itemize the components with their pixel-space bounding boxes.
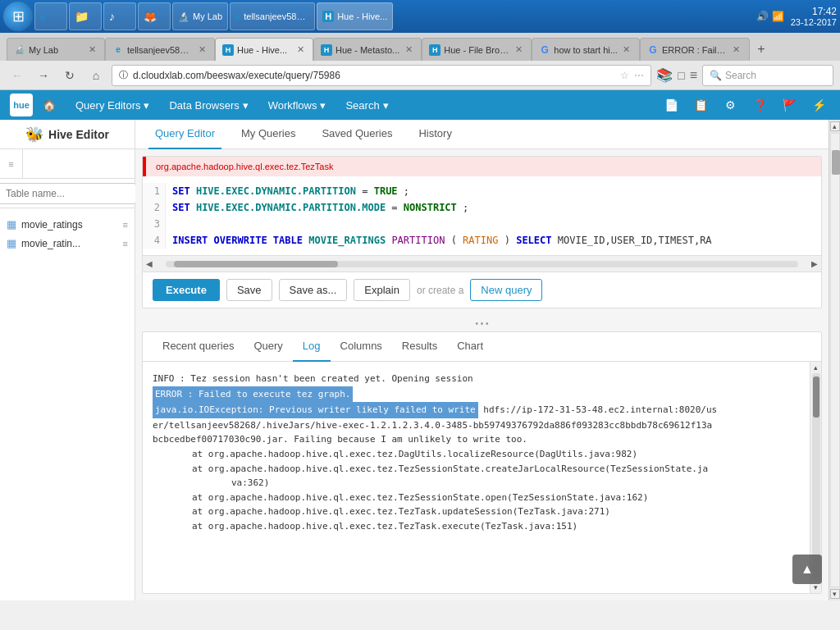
line-numbers: 1 2 3 4 — [143, 183, 166, 249]
refresh-button[interactable]: ↻ — [59, 65, 80, 86]
nav-search[interactable]: Search ▾ — [336, 90, 398, 120]
editor-code-area[interactable]: 1 2 3 4 SET HIVE.EXEC.DYNAMIC.PARTITION … — [143, 176, 821, 255]
tab-close-hue-hive[interactable]: ✕ — [294, 44, 306, 56]
panel-divider[interactable]: • • • — [135, 315, 829, 331]
browser-tab-google1[interactable]: G how to start hi... ✕ — [532, 38, 640, 61]
log-line-indent1: er/tellsanjeev58268/.hiveJars/hive-exec-… — [153, 418, 793, 433]
browser-search[interactable]: 🔍 Search — [702, 65, 833, 86]
nav-query-editors[interactable]: Query Editors ▾ — [66, 90, 159, 120]
tab-close-hue-meta[interactable]: ✕ — [403, 44, 414, 56]
log-scroll-track[interactable] — [812, 373, 820, 582]
sidebar-search-input[interactable] — [0, 183, 136, 204]
browser-tab-hue-hive[interactable]: H Hue - Hive... ✕ — [215, 38, 313, 61]
nav-new-doc-icon[interactable]: 📄 — [660, 94, 682, 116]
log-error2-suffix: hdfs://ip-172-31-53-48.ec2.internal:8020… — [483, 404, 717, 415]
log-tab-columns[interactable]: Columns — [331, 332, 392, 362]
taskbar-ie[interactable]: e — [34, 2, 67, 30]
right-scrollbar[interactable]: ▴ ▾ — [829, 120, 840, 600]
nav-settings-icon[interactable]: ⚙ — [719, 94, 742, 116]
bookmark-icon: ☆ — [620, 70, 629, 81]
right-scroll-handle[interactable] — [832, 150, 840, 175]
tab-favicon-mylab: 🔬 — [14, 44, 25, 56]
log-scroll-down-icon[interactable]: ▾ — [814, 583, 818, 591]
execute-button[interactable]: Execute — [153, 279, 220, 301]
tab-close-google1[interactable]: ✕ — [621, 44, 632, 56]
start-button[interactable]: ⊞ — [3, 2, 33, 31]
expand-icon-2[interactable]: ≡ — [123, 239, 128, 249]
log-content[interactable]: INFO : Tez session hasn't been created y… — [143, 362, 810, 593]
log-panel: Recent queries Query Log Columns Results… — [142, 331, 822, 594]
save-button[interactable]: Save — [226, 279, 272, 301]
tab-close-hue-file[interactable]: ✕ — [513, 44, 524, 56]
main-layout: 🐝 Hive Editor ≡ ▦ movie_ratings ≡ ▦ movi… — [0, 120, 840, 600]
sidebar-collapse-btn[interactable]: ≡ — [0, 149, 23, 178]
taskbar-tab3-hue[interactable]: H Hue - Hive... — [317, 2, 393, 30]
back-to-top-button[interactable]: ▲ — [792, 555, 822, 584]
reader-icon: □ — [678, 69, 684, 82]
taskbar-tab2[interactable]: e tellsanjeev58268@ — [230, 2, 315, 30]
nav-home-button[interactable]: 🏠 — [33, 90, 66, 120]
tab-close-google2[interactable]: ✕ — [731, 44, 742, 56]
home-button[interactable]: ⌂ — [85, 65, 107, 86]
sidebar-item-2-actions: ≡ — [123, 239, 128, 249]
expand-icon-1[interactable]: ≡ — [123, 220, 128, 230]
browser-tab-mylab[interactable]: 🔬 My Lab ✕ — [7, 38, 105, 61]
browser-tab-hue-meta[interactable]: H Hue - Metasto... ✕ — [313, 38, 422, 61]
browser-tab-hue-file[interactable]: H Hue - File Brow... ✕ — [422, 38, 532, 61]
log-tab-query[interactable]: Query — [244, 332, 292, 362]
nav-clipboard-icon[interactable]: 📋 — [689, 94, 712, 116]
right-scroll-area[interactable] — [830, 133, 840, 587]
taskbar-icons: 🔊 📶 — [756, 11, 783, 22]
hue-logo-icon: hue — [10, 94, 33, 116]
nav-power-icon[interactable]: ⚡ — [807, 94, 830, 116]
browser-tab-google2[interactable]: G ERROR : Failed... ✕ — [640, 38, 750, 61]
scrollbar-thumb[interactable] — [174, 261, 338, 267]
nav-data-browsers[interactable]: Data Browsers ▾ — [159, 90, 258, 120]
taskbar: ⊞ e 📁 ♪ 🦊 🔬 My Lab e tellsanjeev58268@ H… — [0, 0, 840, 33]
tab-saved-queries[interactable]: Saved Queries — [315, 120, 399, 149]
tab-my-queries[interactable]: My Queries — [235, 120, 302, 149]
address-bar[interactable]: ⓘ d.cloudxlab.com/beeswax/execute/query/… — [112, 65, 651, 86]
sidebar-item-movie-ratin[interactable]: ▦ movie_ratin... ≡ — [0, 234, 135, 253]
nav-help-icon[interactable]: ❓ — [748, 94, 771, 116]
nav-flag-icon[interactable]: 🚩 — [778, 94, 801, 116]
right-scroll-down-btn[interactable]: ▾ — [830, 589, 840, 599]
scrollbar-track[interactable] — [166, 261, 798, 267]
tab-history[interactable]: History — [412, 120, 458, 149]
taskbar-firefox[interactable]: 🦊 — [138, 2, 171, 30]
log-tab-chart[interactable]: Chart — [447, 332, 493, 362]
forward-button[interactable]: → — [33, 65, 54, 86]
sidebar-item-movie-ratings[interactable]: ▦ movie_ratings ≡ — [0, 215, 135, 234]
scroll-left-icon[interactable]: ◀ — [146, 259, 153, 268]
tab-close-mylab[interactable]: ✕ — [86, 44, 98, 56]
scroll-right-icon[interactable]: ▶ — [811, 259, 818, 268]
tab-close-tell[interactable]: ✕ — [196, 44, 208, 56]
log-tab-log[interactable]: Log — [293, 332, 331, 362]
taskbar-explorer[interactable]: 📁 — [69, 2, 102, 30]
code-line-3 — [172, 216, 815, 232]
taskbar-media[interactable]: ♪ — [103, 2, 136, 30]
log-tab-results[interactable]: Results — [392, 332, 447, 362]
explain-button[interactable]: Explain — [354, 279, 410, 301]
hive-editor-label: Hive Editor — [48, 128, 109, 141]
new-query-button[interactable]: New query — [470, 279, 542, 301]
tab-query-editor[interactable]: Query Editor — [148, 120, 221, 149]
taskbar-mylab[interactable]: 🔬 My Lab — [172, 2, 228, 30]
sidebar: 🐝 Hive Editor ≡ ▦ movie_ratings ≡ ▦ movi… — [0, 120, 135, 600]
log-line-indent8: at org.apache.hadoop.hive.ql.exec.tez.Te… — [153, 519, 793, 534]
sidebar-item-1-actions: ≡ — [123, 220, 128, 230]
log-line-indent5: va:362) — [153, 476, 793, 491]
browser-tab-tell[interactable]: e tellsanjeev58268@ ✕ — [105, 38, 215, 61]
save-as-button[interactable]: Save as... — [279, 279, 348, 301]
nav-workflows[interactable]: Workflows ▾ — [258, 90, 336, 120]
log-line-error2: java.io.IOException: Previous writer lik… — [153, 402, 793, 418]
log-scroll-thumb[interactable] — [813, 377, 819, 418]
right-scroll-up-btn[interactable]: ▴ — [830, 121, 840, 131]
log-tab-recent[interactable]: Recent queries — [153, 332, 244, 362]
log-scroll-up-icon[interactable]: ▴ — [814, 363, 818, 372]
log-line-indent7: at org.apache.hadoop.hive.ql.exec.tez.Te… — [153, 504, 793, 519]
tab-add-button[interactable]: + — [750, 38, 773, 61]
back-button[interactable]: ← — [7, 65, 28, 86]
code-content[interactable]: SET HIVE.EXEC.DYNAMIC.PARTITION = TRUE ;… — [166, 183, 821, 249]
editor-scrollbar[interactable]: ◀ ▶ — [143, 255, 821, 272]
